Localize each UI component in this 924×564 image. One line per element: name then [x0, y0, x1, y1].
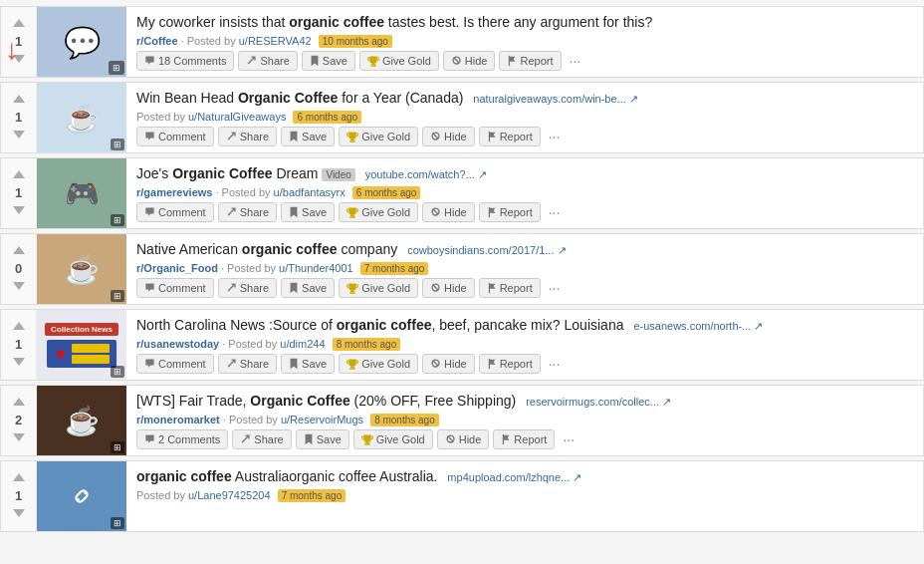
action-comment[interactable]: Comment: [136, 278, 214, 298]
action-comment[interactable]: Comment: [136, 202, 214, 222]
action-give-gold[interactable]: Give Gold: [353, 429, 433, 449]
downvote-button[interactable]: [12, 202, 26, 219]
action-share[interactable]: Share: [232, 429, 291, 449]
upvote-button[interactable]: [12, 15, 26, 32]
action-bar: CommentShareSaveGive GoldHideReport···: [136, 202, 913, 222]
username-link[interactable]: u/RESERVA42: [239, 35, 312, 47]
more-options-button[interactable]: ···: [566, 53, 585, 69]
post-thumbnail[interactable]: ☕⊞: [37, 234, 126, 304]
downvote-button[interactable]: [12, 127, 26, 143]
action-hide[interactable]: Hide: [422, 127, 475, 146]
action-share[interactable]: Share: [218, 354, 277, 374]
action-2-comments[interactable]: 2 Comments: [136, 429, 228, 449]
username-link[interactable]: u/dim244: [280, 338, 325, 350]
action-save[interactable]: Save: [302, 51, 355, 71]
more-options-button[interactable]: ···: [545, 280, 565, 296]
action-report[interactable]: Report: [479, 127, 541, 146]
action-share[interactable]: Share: [218, 127, 277, 146]
action-hide[interactable]: Hide: [437, 429, 490, 449]
time-badge: 6 months ago: [293, 111, 361, 124]
action-bar: 2 CommentsShareSaveGive GoldHideReport··…: [136, 429, 913, 449]
action-report[interactable]: Report: [499, 51, 561, 71]
vote-count: 1: [15, 110, 22, 125]
upvote-button[interactable]: [12, 166, 26, 183]
action-give-gold[interactable]: Give Gold: [339, 202, 418, 222]
action-18-comments[interactable]: 18 Comments: [136, 51, 234, 71]
time-badge: 8 months ago: [333, 338, 401, 351]
action-report[interactable]: Report: [479, 354, 541, 374]
post-thumbnail[interactable]: Collection News ⊛ ⊞: [37, 310, 126, 380]
action-hide[interactable]: Hide: [422, 202, 475, 222]
post-content: Win Bean Head Organic Coffee for a Year …: [126, 83, 923, 152]
subreddit-link[interactable]: r/gamereviews: [136, 186, 212, 198]
action-hide[interactable]: Hide: [422, 278, 475, 298]
downvote-button[interactable]: [12, 278, 26, 295]
subreddit-link[interactable]: r/usanewstoday: [136, 338, 219, 350]
post-title: North Carolina News :Source of organic c…: [136, 316, 913, 336]
post-content: organic coffee Australiaorganic coffee A…: [126, 461, 923, 531]
post-title: My coworker insists that organic coffee …: [136, 13, 913, 33]
upvote-button[interactable]: [12, 242, 26, 259]
action-save[interactable]: Save: [296, 429, 349, 449]
upvote-button[interactable]: [12, 469, 26, 486]
action-report[interactable]: Report: [479, 278, 541, 298]
subreddit-link[interactable]: r/moneromarket: [136, 414, 220, 425]
downvote-button[interactable]: [12, 505, 26, 522]
downvote-button[interactable]: [12, 429, 26, 446]
downvote-button[interactable]: [12, 354, 26, 371]
action-give-gold[interactable]: Give Gold: [339, 278, 418, 298]
post-external-link[interactable]: e-usanews.com/north-... ↗: [633, 320, 763, 332]
upvote-button[interactable]: [12, 394, 26, 411]
upvote-button[interactable]: [12, 318, 26, 335]
vote-column: 1: [1, 83, 37, 152]
post-thumbnail[interactable]: 🎮⊞: [37, 158, 126, 228]
action-comment[interactable]: Comment: [136, 127, 214, 146]
post-item: 1☕⊞Win Bean Head Organic Coffee for a Ye…: [0, 82, 924, 153]
action-hide[interactable]: Hide: [422, 354, 475, 374]
time-badge: 7 months ago: [360, 262, 429, 275]
action-share[interactable]: Share: [238, 51, 297, 71]
action-give-gold[interactable]: Give Gold: [339, 127, 418, 146]
svg-line-21: [433, 209, 439, 215]
username-link[interactable]: u/Thunder4001: [279, 262, 353, 274]
vote-count: 1: [15, 337, 22, 352]
action-give-gold[interactable]: Give Gold: [359, 51, 439, 71]
svg-rect-37: [349, 368, 355, 369]
action-save[interactable]: Save: [281, 278, 335, 298]
post-thumbnail[interactable]: ☕⊞: [37, 386, 126, 455]
action-comment[interactable]: Comment: [136, 354, 214, 374]
post-thumbnail[interactable]: ☕⊞: [37, 83, 126, 152]
post-external-link[interactable]: reservoirmugs.com/collec... ↗: [526, 396, 671, 408]
subreddit-link[interactable]: r/Organic_Food: [136, 262, 218, 274]
svg-line-46: [447, 436, 453, 442]
post-external-link[interactable]: naturalgiveaways.com/win-be... ↗: [473, 93, 638, 105]
vote-count: 2: [15, 413, 22, 427]
more-options-button[interactable]: ···: [545, 356, 565, 372]
username-link[interactable]: u/NaturalGiveaways: [188, 111, 286, 123]
action-save[interactable]: Save: [281, 202, 335, 222]
svg-marker-16: [13, 170, 25, 178]
more-options-button[interactable]: ···: [559, 431, 578, 447]
more-options-button[interactable]: ···: [545, 204, 565, 220]
action-save[interactable]: Save: [281, 127, 335, 146]
action-share[interactable]: Share: [218, 278, 277, 298]
action-save[interactable]: Save: [281, 354, 335, 374]
action-share[interactable]: Share: [218, 202, 277, 222]
upvote-button[interactable]: [12, 91, 26, 108]
action-report[interactable]: Report: [479, 202, 541, 222]
action-report[interactable]: Report: [493, 429, 555, 449]
post-external-link[interactable]: mp4upload.com/lzhqne... ↗: [447, 471, 581, 483]
username-link[interactable]: u/badfantasyrx: [274, 186, 346, 198]
post-external-link[interactable]: cowboysindians.com/2017/1... ↗: [407, 244, 566, 256]
action-hide[interactable]: Hide: [443, 51, 496, 71]
more-options-button[interactable]: ···: [545, 129, 565, 144]
post-thumbnail[interactable]: 💬⊞: [37, 7, 126, 77]
svg-rect-34: [72, 344, 110, 353]
username-link[interactable]: u/Lane97425204: [188, 489, 271, 501]
username-link[interactable]: u/ReservoirMugs: [281, 414, 363, 425]
subreddit-link[interactable]: r/Coffee: [136, 35, 178, 47]
post-external-link[interactable]: youtube.com/watch?... ↗: [365, 168, 487, 180]
action-give-gold[interactable]: Give Gold: [339, 354, 418, 374]
post-thumbnail[interactable]: ⊞: [37, 461, 126, 531]
svg-marker-10: [13, 131, 25, 139]
